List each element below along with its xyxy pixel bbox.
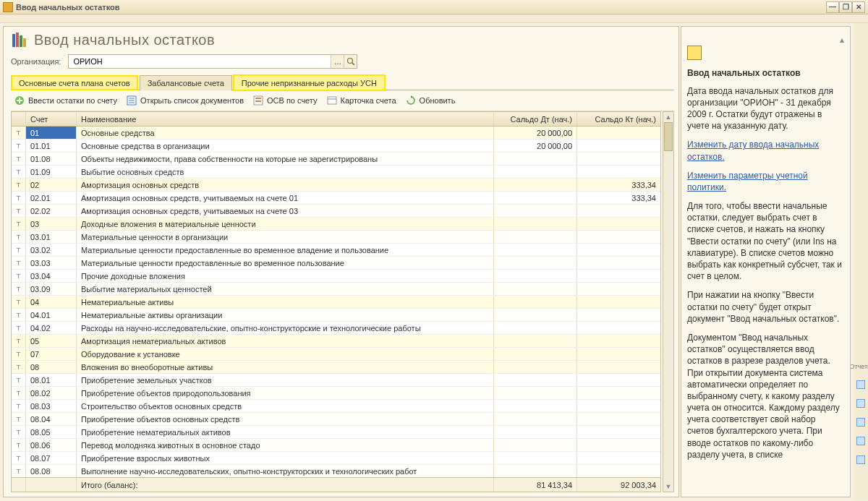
table-row[interactable]: Т 01.01 Основные средства в организации … bbox=[12, 140, 660, 153]
cell-name: Расходы на научно-исследовательские, опы… bbox=[77, 322, 494, 334]
cell-account: 01 bbox=[26, 127, 77, 139]
col-saldo-dt[interactable]: Сальдо Дт (нач.) bbox=[494, 112, 577, 126]
col-name[interactable]: Наименование bbox=[77, 112, 494, 126]
cell-name: Материальные ценности предоставленные во… bbox=[77, 244, 494, 256]
table-row[interactable]: Т 08.05 Приобретение нематериальных акти… bbox=[12, 426, 660, 439]
tab-2[interactable]: Прочие непризнанные расходы УСН bbox=[234, 75, 385, 90]
help-paragraph: Для того, чтобы ввести начальные остатки… bbox=[687, 200, 844, 282]
right-dock: Отчеты bbox=[854, 23, 868, 500]
cell-saldo-kt bbox=[577, 361, 660, 373]
svg-rect-0 bbox=[12, 34, 15, 47]
window-title: Ввод начальных остатков bbox=[16, 3, 120, 12]
cell-account: 03.03 bbox=[26, 257, 77, 269]
cell-name: Выполнение научно-исследовательских, опы… bbox=[77, 465, 494, 477]
table-row[interactable]: Т 08.06 Перевод молодняка животных в осн… bbox=[12, 439, 660, 452]
table-row[interactable]: Т 02.01 Амортизация основных средств, уч… bbox=[12, 192, 660, 205]
table-row[interactable]: Т 08.03 Строительство объектов основных … bbox=[12, 400, 660, 413]
cell-saldo-kt bbox=[577, 296, 660, 308]
svg-rect-2 bbox=[20, 35, 22, 47]
cell-saldo-kt bbox=[577, 309, 660, 321]
dock-item[interactable] bbox=[856, 418, 865, 427]
row-type-icon: Т bbox=[12, 270, 26, 282]
scroll-down-icon[interactable]: ▼ bbox=[663, 481, 673, 492]
table-row[interactable]: Т 04 Нематериальные активы bbox=[12, 296, 660, 309]
table-row[interactable]: Т 03.02 Материальные ценности предоставл… bbox=[12, 244, 660, 257]
dock-item[interactable] bbox=[856, 437, 865, 445]
cell-saldo-kt bbox=[577, 322, 660, 334]
cell-saldo-dt bbox=[494, 192, 577, 204]
help-panel: ▴ Ввод начальных остатков Дата ввода нач… bbox=[681, 26, 851, 497]
link-change-policy[interactable]: Изменить параметры учетной политики. bbox=[687, 171, 808, 192]
tab-1[interactable]: Забалансовые счета bbox=[140, 75, 232, 90]
action-osv[interactable]: ОСВ по счету bbox=[252, 95, 318, 106]
row-type-icon: Т bbox=[12, 309, 26, 321]
table-row[interactable]: Т 03.03 Материальные ценности предоставл… bbox=[12, 257, 660, 270]
dock-item[interactable] bbox=[856, 380, 865, 389]
cell-saldo-kt bbox=[577, 270, 660, 282]
row-type-icon: Т bbox=[12, 127, 26, 139]
cell-account: 04.02 bbox=[26, 322, 77, 334]
row-type-icon: Т bbox=[12, 140, 26, 152]
table-row[interactable]: Т 07 Оборудование к установке bbox=[12, 348, 660, 361]
table-row[interactable]: Т 03 Доходные вложения в материальные це… bbox=[12, 218, 660, 231]
scroll-up-icon[interactable]: ▲ bbox=[663, 112, 673, 122]
cell-saldo-dt bbox=[494, 322, 577, 334]
table-row[interactable]: Т 08.08 Выполнение научно-исследовательс… bbox=[12, 465, 660, 477]
table-scrollbar[interactable]: ▲ ▼ bbox=[663, 111, 674, 492]
scroll-thumb[interactable] bbox=[664, 122, 673, 151]
close-button[interactable]: ✕ bbox=[852, 1, 865, 13]
cell-name: Нематериальные активы организации bbox=[77, 309, 494, 321]
table-row[interactable]: Т 04.02 Расходы на научно-исследовательс… bbox=[12, 322, 660, 335]
action-refresh[interactable]: Обновить bbox=[405, 95, 456, 106]
main-panel: Ввод начальных остатков Организация: … О… bbox=[3, 26, 679, 497]
col-account[interactable]: Счет bbox=[26, 112, 77, 126]
dock-item[interactable] bbox=[856, 455, 865, 464]
cell-name: Приобретение земельных участков bbox=[77, 374, 494, 386]
select-org-button[interactable]: … bbox=[331, 55, 344, 68]
table-row[interactable]: Т 01.08 Объекты недвижимости, права собс… bbox=[12, 153, 660, 166]
cell-saldo-kt bbox=[577, 244, 660, 256]
restore-button[interactable]: ❐ bbox=[839, 1, 852, 13]
table-row[interactable]: Т 02 Амортизация основных средств 333,34 bbox=[12, 179, 660, 192]
cell-saldo-kt bbox=[577, 257, 660, 269]
row-type-icon: Т bbox=[12, 205, 26, 217]
table-row[interactable]: Т 08.01 Приобретение земельных участков bbox=[12, 374, 660, 387]
table-row[interactable]: Т 01.09 Выбытие основных средств bbox=[12, 166, 660, 179]
dock-item[interactable] bbox=[856, 399, 865, 408]
cell-saldo-kt bbox=[577, 127, 660, 139]
cell-name: Приобретение нематериальных активов bbox=[77, 426, 494, 438]
table-row[interactable]: Т 08 Вложения во внеоборотные активы bbox=[12, 361, 660, 374]
search-org-button[interactable] bbox=[344, 55, 357, 68]
cell-account: 03 bbox=[26, 218, 77, 230]
tab-0[interactable]: Основные счета плана счетов bbox=[11, 75, 138, 90]
table-row[interactable]: Т 03.04 Прочие доходные вложения bbox=[12, 270, 660, 283]
action-label: ОСВ по счету bbox=[267, 96, 318, 105]
organization-input[interactable] bbox=[69, 57, 331, 66]
table-row[interactable]: Т 08.07 Приобретение взрослых животных bbox=[12, 452, 660, 465]
scroll-up-icon[interactable]: ▴ bbox=[687, 34, 844, 46]
table-row[interactable]: Т 08.02 Приобретение объектов природопол… bbox=[12, 387, 660, 400]
col-saldo-kt[interactable]: Сальдо Кт (нач.) bbox=[577, 112, 660, 126]
table-row[interactable]: Т 05 Амортизация нематериальных активов bbox=[12, 335, 660, 348]
table-row[interactable]: Т 03.01 Материальные ценности в организа… bbox=[12, 231, 660, 244]
cell-saldo-kt: 333,34 bbox=[577, 192, 660, 204]
organization-label: Организация: bbox=[11, 57, 61, 66]
action-card[interactable]: Карточка счета bbox=[326, 95, 396, 106]
row-type-icon: Т bbox=[12, 192, 26, 204]
minimize-button[interactable]: — bbox=[826, 1, 839, 13]
table-row[interactable]: Т 08.04 Приобретение объектов основных с… bbox=[12, 413, 660, 426]
cell-account: 03.09 bbox=[26, 283, 77, 295]
cell-name: Материальные ценности предоставленные во… bbox=[77, 257, 494, 269]
col-icon[interactable] bbox=[12, 112, 26, 126]
table-row[interactable]: Т 02.02 Амортизация основных средств, уч… bbox=[12, 205, 660, 218]
table-row[interactable]: Т 03.09 Выбытие материальных ценностей bbox=[12, 283, 660, 296]
action-open-list[interactable]: Открыть список документов bbox=[126, 95, 244, 106]
link-change-date[interactable]: Изменить дату ввода начальных остатков. bbox=[687, 140, 819, 161]
table-row[interactable]: Т 01 Основные средства 20 000,00 bbox=[12, 127, 660, 140]
cell-saldo-dt bbox=[494, 244, 577, 256]
action-enter-balance[interactable]: Ввести остатки по счету bbox=[14, 95, 117, 106]
row-type-icon: Т bbox=[12, 296, 26, 308]
table-row[interactable]: Т 04.01 Нематериальные активы организаци… bbox=[12, 309, 660, 322]
accounts-table: Счет Наименование Сальдо Дт (нач.) Сальд… bbox=[11, 111, 661, 492]
cell-account: 01.09 bbox=[26, 166, 77, 178]
